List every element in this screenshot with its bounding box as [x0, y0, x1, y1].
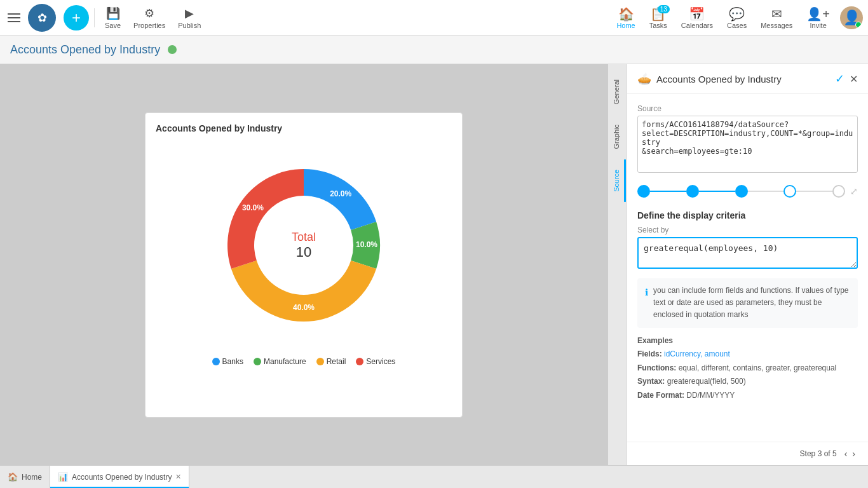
legend-dot-banks	[212, 358, 220, 365]
chart-panel: Accounts Opened by Industry 20.0%10.0%40…	[145, 112, 463, 417]
step-prev-button[interactable]: ‹	[842, 447, 850, 460]
donut-center-value: 10	[292, 243, 316, 260]
step-line-4	[796, 191, 832, 192]
save-button[interactable]: 💾 Save	[100, 4, 126, 32]
step-expand-icon[interactable]: ⤢	[850, 186, 858, 196]
step-3[interactable]	[735, 185, 748, 198]
step-line-3	[748, 191, 784, 192]
info-box: ℹ you can include form fields and functi…	[637, 278, 858, 328]
toolbar-left: ✿ + 💾 Save ⚙ Properties ▶ Publish	[5, 4, 610, 32]
syntax-value: greaterequal(field, 500)	[667, 377, 746, 386]
step-5[interactable]	[832, 185, 845, 198]
nav-cases[interactable]: 💬 Cases	[721, 4, 753, 32]
panel-title: Accounts Opened by Industry	[656, 74, 830, 85]
step-nav: Step 3 of 5 ‹ ›	[627, 442, 868, 465]
legend-retail: Retail	[316, 357, 346, 366]
accounts-tab-label: Accounts Opened by Industry	[72, 473, 172, 482]
step-4[interactable]	[783, 185, 796, 198]
fields-label: Fields:	[637, 349, 662, 358]
nav-home[interactable]: 🏠 Home	[610, 4, 641, 32]
toolbar-right: 🏠 Home 📋 13 Tasks 📅 Calendars 💬 Cases ✉ …	[610, 4, 863, 32]
source-label: Source	[637, 104, 858, 113]
properties-label: Properties	[133, 22, 165, 29]
step-2[interactable]	[686, 185, 699, 198]
define-criteria-title: Define the display criteria	[637, 210, 858, 220]
legend-label-services: Services	[366, 357, 395, 366]
publish-icon: ▶	[185, 6, 194, 20]
chart-panel-title: Accounts Opened by Industry	[156, 123, 452, 133]
legend-dot-retail	[316, 358, 324, 365]
panel-close-button[interactable]: ✕	[850, 73, 858, 85]
functions-line: Functions: equal, different, contains, g…	[637, 362, 858, 376]
cases-icon: 💬	[729, 6, 745, 22]
calendars-icon: 📅	[689, 6, 705, 22]
date-format-label: Date Format:	[637, 391, 684, 400]
right-panel-header: 🥧 Accounts Opened by Industry ✓ ✕	[627, 64, 868, 94]
step-line-1	[650, 191, 686, 192]
examples-title: Examples	[637, 336, 673, 345]
chart-area: Accounts Opened by Industry 20.0%10.0%40…	[0, 64, 607, 465]
right-panel: 🥧 Accounts Opened by Industry ✓ ✕ Source…	[627, 64, 868, 465]
nav-calendars[interactable]: 📅 Calendars	[675, 4, 719, 32]
chart-legend: Banks Manufacture Retail Services	[212, 357, 396, 366]
publish-label: Publish	[178, 22, 201, 29]
legend-label-manufacture: Manufacture	[264, 357, 306, 366]
step-next-button[interactable]: ›	[850, 447, 858, 460]
select-by-input[interactable]: greaterequal(employees, 10)	[637, 237, 858, 269]
hamburger-button[interactable]	[5, 8, 25, 28]
fields-line: Fields: idCurrency, amount	[637, 348, 858, 362]
bottom-bar: 🏠 Home 📊 Accounts Opened by Industry ✕	[0, 465, 868, 488]
step-wizard: ⤢	[637, 175, 858, 203]
date-format-value: DD/MM/YYYY	[686, 391, 735, 400]
source-textarea[interactable]: forms/ACCO1614188794/dataSource? select=…	[637, 116, 858, 173]
functions-label: Functions:	[637, 363, 676, 372]
functions-value: equal, different, contains, greater, gre…	[679, 363, 837, 372]
date-format-line: Date Format: DD/MM/YYYY	[637, 389, 858, 403]
save-icon: 💾	[106, 6, 120, 20]
info-icon: ℹ	[645, 285, 648, 322]
donut-container: 20.0%10.0%40.0%30.0% Total 10 Banks	[156, 144, 452, 366]
panel-confirm-button[interactable]: ✓	[835, 72, 844, 86]
legend-dot-manufacture	[254, 358, 261, 365]
step-1[interactable]	[637, 185, 650, 198]
panel-pie-icon: 🥧	[637, 72, 651, 86]
right-panel-body: Source forms/ACCO1614188794/dataSource? …	[627, 94, 868, 442]
side-tab-graphic[interactable]: Graphic	[609, 114, 626, 159]
logo-button[interactable]: ✿	[28, 4, 56, 32]
main-area: Accounts Opened by Industry 20.0%10.0%40…	[0, 64, 868, 465]
donut-svg-wrapper: 20.0%10.0%40.0%30.0% Total 10	[202, 144, 405, 347]
info-text: you can include form fields and function…	[653, 285, 850, 322]
svg-text:10.0%: 10.0%	[356, 240, 377, 249]
nav-messages[interactable]: ✉ Messages	[754, 4, 799, 32]
avatar-status	[855, 22, 862, 28]
publish-button[interactable]: ▶ Publish	[173, 4, 206, 32]
save-label: Save	[105, 22, 121, 29]
legend-banks: Banks	[212, 357, 243, 366]
side-tab-source[interactable]: Source	[609, 159, 626, 202]
step-line-2	[699, 191, 735, 192]
tasks-badge: 13	[658, 5, 670, 13]
nav-messages-label: Messages	[761, 22, 792, 29]
nav-invite[interactable]: 👤+ Invite	[800, 4, 836, 32]
messages-icon: ✉	[771, 6, 782, 22]
bottom-tab-accounts[interactable]: 📊 Accounts Opened by Industry ✕	[50, 466, 189, 489]
syntax-line: Syntax: greaterequal(field, 500)	[637, 375, 858, 389]
side-tabs: General Graphic Source	[607, 64, 627, 465]
properties-button[interactable]: ⚙ Properties	[128, 4, 170, 32]
home-tab-label: Home	[22, 473, 42, 482]
nav-tasks-label: Tasks	[649, 22, 667, 29]
nav-invite-label: Invite	[810, 22, 827, 29]
legend-manufacture: Manufacture	[254, 357, 306, 366]
tab-close-button[interactable]: ✕	[175, 473, 181, 481]
page-title: Accounts Opened by Industry	[10, 43, 160, 57]
side-tab-general[interactable]: General	[609, 69, 626, 114]
bottom-tab-home[interactable]: 🏠 Home	[0, 466, 50, 489]
nav-tasks[interactable]: 📋 13 Tasks	[643, 4, 674, 32]
svg-text:40.0%: 40.0%	[293, 303, 315, 312]
legend-label-banks: Banks	[222, 357, 243, 366]
avatar[interactable]: 👤	[840, 6, 863, 29]
legend-services: Services	[356, 357, 395, 366]
add-button[interactable]: +	[64, 5, 89, 30]
page-status-dot	[168, 45, 177, 54]
nav-cases-label: Cases	[727, 22, 747, 29]
